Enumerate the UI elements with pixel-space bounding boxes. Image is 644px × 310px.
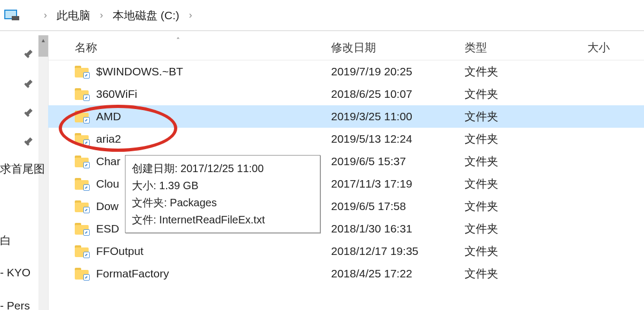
cell-type: 文件夹: [465, 221, 587, 236]
column-header-type[interactable]: 类型: [465, 40, 587, 55]
folder-icon: [75, 245, 89, 257]
folder-icon: [75, 111, 89, 122]
folder-icon: [75, 88, 89, 100]
quick-access-item[interactable]: - KYO: [0, 266, 30, 279]
chevron-right-icon[interactable]: ›: [189, 10, 192, 21]
chevron-right-icon[interactable]: ›: [100, 10, 103, 21]
cell-name[interactable]: AMD: [48, 110, 331, 123]
cell-name[interactable]: aria2: [48, 133, 331, 145]
cell-type: 文件夹: [465, 154, 587, 169]
cell-name[interactable]: FFOutput: [48, 245, 331, 258]
quick-access-item[interactable]: - Pers: [0, 299, 30, 310]
table-row[interactable]: 360WiFi2018/6/25 10:07文件夹: [48, 83, 644, 105]
column-header-name[interactable]: 名称: [48, 40, 331, 55]
column-header-row: ˄ 名称 修改日期 类型 大小: [48, 35, 644, 60]
folder-icon: [75, 156, 89, 167]
cell-date: 2019/7/19 20:25: [331, 65, 465, 78]
cell-date: 2019/6/5 17:58: [331, 200, 465, 213]
cell-date: 2019/6/5 15:37: [331, 155, 465, 168]
tooltip-created: 创建日期: 2017/12/25 11:00: [132, 160, 313, 177]
cell-date: 2019/5/13 12:24: [331, 133, 465, 145]
folder-tooltip: 创建日期: 2017/12/25 11:00 大小: 1.39 GB 文件夹: …: [125, 155, 320, 233]
tooltip-size: 大小: 1.39 GB: [132, 177, 313, 194]
column-header-size[interactable]: 大小: [587, 40, 644, 55]
folder-icon: [75, 66, 89, 78]
cell-date: 2018/6/25 10:07: [331, 88, 465, 100]
file-name: ESD: [96, 222, 119, 235]
cell-date: 2018/4/25 17:22: [331, 267, 465, 280]
chevron-right-icon[interactable]: ›: [44, 10, 47, 21]
folder-icon: [75, 223, 89, 235]
folder-icon: [75, 268, 89, 280]
file-name: 360WiFi: [96, 88, 137, 100]
table-row[interactable]: AMD2019/3/25 11:00文件夹: [48, 105, 644, 128]
table-row[interactable]: FFOutput2018/12/17 19:35文件夹: [48, 240, 644, 262]
file-name: FFOutput: [96, 245, 144, 258]
cell-name[interactable]: $WINDOWS.~BT: [48, 65, 331, 78]
file-name: AMD: [96, 110, 121, 123]
folder-icon: [75, 178, 89, 190]
cell-type: 文件夹: [465, 176, 587, 191]
cell-type: 文件夹: [465, 87, 587, 102]
pin-icon: [19, 134, 35, 151]
this-pc-icon: [4, 10, 19, 21]
pin-icon: [19, 46, 35, 63]
tooltip-folders: 文件夹: Packages: [132, 194, 313, 211]
quick-access-panel: ▴ 求首尾图 白 - KYO - Pers: [0, 35, 49, 310]
table-row[interactable]: aria22019/5/13 12:24文件夹: [48, 128, 644, 150]
file-name: Dow: [96, 200, 119, 213]
file-name: $WINDOWS.~BT: [96, 65, 183, 78]
cell-date: 2017/11/3 17:19: [331, 177, 465, 190]
cell-type: 文件夹: [465, 131, 587, 146]
cell-date: 2019/3/25 11:00: [331, 110, 465, 123]
cell-type: 文件夹: [465, 64, 587, 79]
folder-icon: [75, 200, 89, 212]
cell-name[interactable]: FormatFactory: [48, 267, 331, 280]
file-name: aria2: [96, 133, 121, 145]
column-header-date[interactable]: 修改日期: [331, 40, 465, 55]
scroll-up-icon[interactable]: ▴: [40, 37, 46, 43]
cell-date: 2018/1/30 16:31: [331, 222, 465, 235]
cell-date: 2018/12/17 19:35: [331, 245, 465, 258]
quick-access-item[interactable]: 求首尾图: [0, 161, 45, 176]
folder-icon: [75, 133, 89, 145]
quick-access-item[interactable]: 白: [0, 233, 11, 248]
table-row[interactable]: $WINDOWS.~BT2019/7/19 20:25文件夹: [48, 60, 644, 83]
breadcrumb-drive-c[interactable]: 本地磁盘 (C:): [113, 8, 179, 23]
cell-type: 文件夹: [465, 109, 587, 124]
file-name: FormatFactory: [96, 267, 169, 280]
pin-icon: [19, 105, 35, 122]
pin-icon: [19, 76, 35, 93]
cell-type: 文件夹: [465, 266, 587, 281]
address-bar[interactable]: › 此电脑 › 本地磁盘 (C:) ›: [0, 0, 644, 31]
file-name: Char: [96, 155, 121, 168]
cell-name[interactable]: 360WiFi: [48, 88, 331, 100]
table-row[interactable]: FormatFactory2018/4/25 17:22文件夹: [48, 262, 644, 285]
cell-type: 文件夹: [465, 199, 587, 214]
tooltip-files: 文件: InternetReadFileEx.txt: [132, 211, 313, 228]
breadcrumb-this-pc[interactable]: 此电脑: [57, 8, 90, 23]
cell-type: 文件夹: [465, 244, 587, 259]
file-name: Clou: [96, 177, 119, 190]
